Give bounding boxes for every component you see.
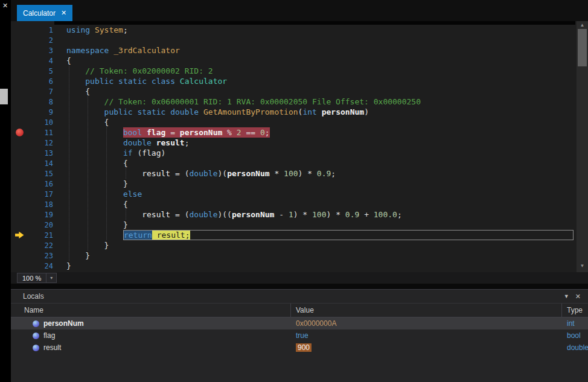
zoom-value: 100 % bbox=[18, 275, 46, 282]
rail-close-icon[interactable]: ✕ bbox=[0, 0, 11, 10]
zoom-control[interactable]: 100 % ▾ bbox=[17, 273, 57, 283]
panel-close-icon[interactable]: ✕ bbox=[574, 293, 588, 301]
breakpoint-margin[interactable] bbox=[11, 250, 28, 261]
code-line[interactable]: 24} bbox=[11, 261, 577, 271]
code-line[interactable]: 7{ bbox=[11, 86, 577, 97]
breakpoint-margin[interactable] bbox=[11, 107, 28, 117]
breakpoint-margin[interactable] bbox=[11, 179, 28, 189]
code-line[interactable]: 1using System; bbox=[11, 25, 577, 35]
column-header-name[interactable]: Name bbox=[11, 304, 291, 317]
breakpoint-margin[interactable] bbox=[11, 76, 28, 86]
line-number: 5 bbox=[28, 67, 53, 75]
tab-close-icon[interactable]: ✕ bbox=[61, 9, 66, 17]
breakpoint-margin[interactable] bbox=[11, 158, 28, 168]
panel-menu-icon[interactable]: ▼ bbox=[559, 293, 574, 299]
code-line[interactable]: 4{ bbox=[11, 56, 577, 66]
locals-row[interactable]: result900double bbox=[11, 342, 588, 354]
breakpoint-margin[interactable] bbox=[11, 230, 28, 240]
code-token: _3rdCalculator bbox=[113, 45, 180, 56]
breakpoint-margin[interactable] bbox=[11, 35, 28, 45]
breakpoint-margin[interactable] bbox=[11, 117, 28, 127]
breakpoint-margin[interactable] bbox=[11, 209, 28, 220]
code-line[interactable]: 20} bbox=[11, 220, 577, 230]
code-line[interactable]: 2 bbox=[11, 35, 577, 45]
code-token: static bbox=[118, 76, 147, 86]
locals-panel: Locals ▼ ✕ Name Value Type personNum0x00… bbox=[11, 289, 588, 382]
rail-splitter-grip[interactable] bbox=[0, 89, 8, 104]
locals-column-headers: Name Value Type bbox=[11, 304, 588, 317]
code-token: result bbox=[142, 168, 170, 179]
code-line[interactable]: 15result = (double)(personNum * 100) * 0… bbox=[11, 168, 577, 179]
breakpoint-margin[interactable] bbox=[11, 45, 28, 56]
code-text: } bbox=[66, 261, 577, 271]
breakpoint-icon[interactable] bbox=[16, 129, 24, 136]
panel-splitter[interactable] bbox=[11, 284, 588, 289]
code-token bbox=[152, 138, 156, 148]
code-line[interactable]: 13if (flag) bbox=[11, 148, 577, 158]
code-line[interactable]: 16} bbox=[11, 179, 577, 189]
scroll-up-icon[interactable]: ▲ bbox=[577, 21, 588, 29]
breakpoint-margin[interactable] bbox=[11, 97, 28, 107]
breakpoint-margin[interactable] bbox=[11, 148, 28, 158]
breakpoint-margin[interactable] bbox=[11, 56, 28, 66]
code-line[interactable]: 19result = (double)((personNum - 1) * 10… bbox=[11, 209, 577, 220]
locals-row[interactable]: personNum0x0000000Aint bbox=[11, 317, 588, 329]
code-token: personNum bbox=[232, 209, 274, 220]
variable-value[interactable]: 0x0000000A bbox=[296, 319, 336, 328]
code-text bbox=[66, 271, 577, 272]
column-header-type[interactable]: Type bbox=[562, 304, 588, 317]
locals-row[interactable]: flagtruebool bbox=[11, 329, 588, 342]
breakpoint-margin[interactable] bbox=[11, 127, 28, 138]
code-line[interactable]: 17else bbox=[11, 189, 577, 199]
code-editor[interactable]: 1using System;23namespace _3rdCalculator… bbox=[11, 21, 577, 272]
code-token: } bbox=[66, 261, 71, 271]
code-line[interactable]: 23} bbox=[11, 250, 577, 261]
variable-name: result bbox=[43, 343, 61, 352]
code-line[interactable]: 5// Token: 0x02000002 RID: 2 bbox=[11, 66, 577, 76]
execution-pointer-icon bbox=[15, 231, 24, 239]
code-line[interactable]: 22} bbox=[11, 240, 577, 250]
code-line[interactable]: 14{ bbox=[11, 158, 577, 168]
zoom-dropdown-icon[interactable]: ▾ bbox=[46, 273, 56, 282]
line-number: 10 bbox=[28, 118, 53, 127]
breakpoint-margin[interactable] bbox=[11, 66, 28, 76]
breakpoint-margin[interactable] bbox=[11, 138, 28, 148]
breakpoint-margin[interactable] bbox=[11, 168, 28, 179]
scrollbar-thumb[interactable] bbox=[578, 29, 587, 66]
code-line[interactable]: 3namespace _3rdCalculator bbox=[11, 45, 577, 56]
code-token: 0.9 bbox=[345, 209, 359, 220]
code-text: public static class Calculator bbox=[66, 76, 577, 86]
breakpoint-margin[interactable] bbox=[11, 189, 28, 199]
code-line[interactable]: 12double result; bbox=[11, 138, 577, 148]
code-line[interactable]: 6public static class Calculator bbox=[11, 76, 577, 86]
scroll-down-icon[interactable]: ▼ bbox=[577, 262, 588, 270]
code-token: } bbox=[104, 240, 109, 250]
breakpoint-margin[interactable] bbox=[11, 240, 28, 250]
variable-name: personNum bbox=[43, 319, 84, 328]
code-line[interactable]: 10{ bbox=[11, 117, 577, 127]
breakpoint-margin[interactable] bbox=[11, 271, 28, 272]
breakpoint-margin[interactable] bbox=[11, 199, 28, 209]
breakpoint-margin[interactable] bbox=[11, 261, 28, 271]
vertical-scrollbar[interactable]: ▲ ▼ bbox=[577, 21, 588, 272]
breakpoint-margin[interactable] bbox=[11, 86, 28, 97]
code-line[interactable]: 25 bbox=[11, 271, 577, 272]
variable-value[interactable]: 900 bbox=[296, 343, 312, 352]
code-token: double bbox=[123, 138, 152, 148]
breakpoint-margin[interactable] bbox=[11, 220, 28, 230]
code-line[interactable]: 18{ bbox=[11, 199, 577, 209]
code-token: } bbox=[85, 250, 90, 261]
code-line[interactable]: 9public static double GetAmountByPromoti… bbox=[11, 107, 577, 117]
code-line[interactable]: 11bool flag = personNum % 2 == 0; bbox=[11, 127, 577, 138]
tab-calculator[interactable]: Calculator ✕ bbox=[17, 5, 72, 21]
code-token: ; bbox=[185, 138, 190, 148]
variable-type: double bbox=[567, 343, 588, 352]
code-token: 1 bbox=[289, 209, 293, 220]
variable-value[interactable]: true bbox=[296, 331, 308, 340]
tab-label: Calculator bbox=[23, 9, 56, 18]
code-line[interactable]: 21return result; bbox=[11, 230, 577, 240]
column-header-value[interactable]: Value bbox=[291, 304, 562, 317]
code-token: )(( bbox=[217, 209, 231, 220]
breakpoint-margin[interactable] bbox=[11, 25, 28, 35]
code-line[interactable]: 8// Token: 0x06000001 RID: 1 RVA: 0x0000… bbox=[11, 97, 577, 107]
